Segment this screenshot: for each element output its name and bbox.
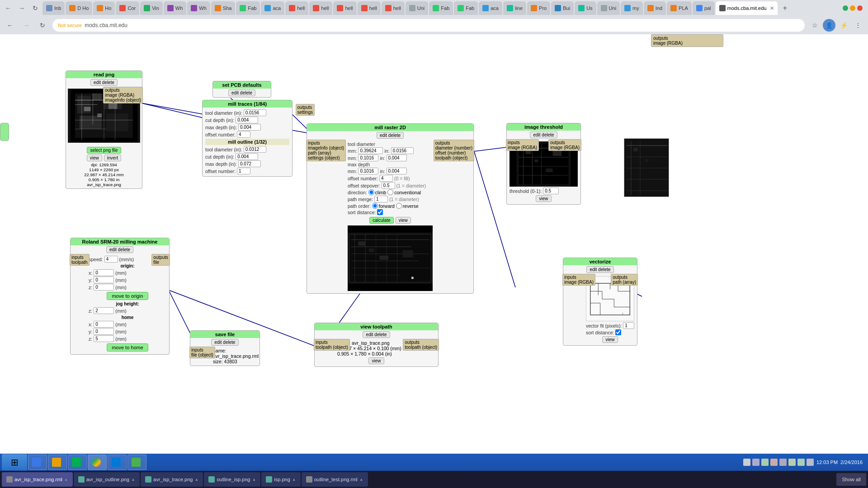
conventional-radio-label[interactable]: conventional [387,189,421,195]
start-button[interactable]: ⊞ [2,454,27,470]
taskbar-tab-trace-png[interactable]: avr_isp_trace.png ▲ [141,472,203,487]
reload-nav-button[interactable]: ↻ [36,19,49,32]
tab-inbox[interactable]: Inb [42,1,65,15]
save-file-edit-button[interactable]: edit delete [211,339,238,346]
cut-depth2-input[interactable] [236,153,258,160]
tab-sha[interactable]: Sha [211,1,236,15]
invert-button[interactable]: invert [104,155,121,161]
reload-button[interactable]: ↻ [29,2,42,14]
taskbar-chevron-4[interactable]: ▲ [292,477,296,482]
tab-cor[interactable]: Cor [116,1,139,15]
max-depth2-input[interactable] [238,160,261,167]
minimize-button[interactable] [843,5,848,11]
back-nav-button[interactable]: ← [4,19,16,32]
tab-fab3[interactable]: Fab [454,1,478,15]
tool-diam-in-input[interactable] [391,147,414,154]
tab-hell2[interactable]: hell [309,1,332,15]
set-pcb-edit-button[interactable]: edit delete [228,89,255,96]
sort-dist-checkbox[interactable] [377,209,383,215]
tool-diam-input[interactable] [244,109,266,116]
taskbar-tab-outline-png[interactable]: avr_isp_outline.png ▲ [74,472,140,487]
set-pcb-header[interactable]: set PCB defaults [213,81,271,89]
origin-y-input[interactable] [94,277,114,283]
max-depth-input[interactable] [238,124,261,131]
bookmark-icon[interactable]: ☆ [808,19,821,32]
forward-button[interactable]: → [15,2,28,14]
profile-icon[interactable]: 👤 [823,19,835,32]
vectorize-view-button[interactable]: view [602,336,618,343]
tab-us[interactable]: Us [575,1,596,15]
toolpath-view-button[interactable]: view [368,357,384,364]
mill-traces-header[interactable]: mill traces (1/84) [203,100,292,108]
taskbar-chevron-1[interactable]: ▲ [131,477,135,482]
tab-pro[interactable]: Pro [527,1,550,15]
tool-diam-mm-input[interactable] [358,147,383,154]
forward-radio-label[interactable]: forward [372,203,395,209]
mill-raster-edit-button[interactable]: edit delete [377,132,404,139]
tab-ho[interactable]: Ho [93,1,115,15]
view-png-button[interactable]: view [87,155,102,161]
sort-dist-vec-checkbox[interactable] [615,329,621,335]
extensions-icon[interactable]: ⚡ [837,19,850,32]
threshold-input[interactable] [543,188,559,194]
tab-hell1[interactable]: hell [285,1,308,15]
close-button[interactable] [857,5,863,11]
image-threshold-edit-button[interactable]: edit delete [530,131,557,138]
tab-hell5[interactable]: hell [382,1,405,15]
move-to-origin-button[interactable]: move to origin [107,292,148,300]
max-depth-in-input[interactable] [387,168,407,174]
forward-nav-button[interactable]: → [20,19,33,32]
tab-uni1[interactable]: Uni [406,1,429,15]
home-y-input[interactable] [94,328,114,335]
save-file-header[interactable]: save file [190,331,259,338]
offset-num-input[interactable] [237,131,250,138]
tab-fab1[interactable]: Fab [236,1,260,15]
tab-vin[interactable]: Vin [140,1,163,15]
taskbar-app-chrome[interactable] [88,455,107,470]
read-png-header[interactable]: read png [66,71,142,78]
tab-pal[interactable]: pal [693,1,715,15]
vectorize-header[interactable]: vectorize [563,258,637,265]
tab-my[interactable]: my [621,1,643,15]
back-button[interactable]: ← [2,2,14,14]
taskbar-chevron-0[interactable]: ▲ [64,477,68,482]
taskbar-chevron-3[interactable]: ▲ [252,477,256,482]
taskbar-app-5[interactable] [127,455,146,470]
reverse-radio[interactable] [396,203,402,209]
vectorize-edit-button[interactable]: edit delete [586,266,613,273]
mill-raster-view-button[interactable]: view [396,217,411,224]
taskbar-chevron-5[interactable]: ▲ [359,477,363,482]
tab-uni2[interactable]: Uni [597,1,620,15]
tool-diam2-input[interactable] [244,146,266,153]
tab-bui[interactable]: Bui [551,1,574,15]
roland-header[interactable]: Roland SRM-20 milling machine [71,238,169,245]
cut-depth-mm-input[interactable] [358,155,378,161]
tab-hell4[interactable]: hell [358,1,381,15]
new-tab-button[interactable]: + [778,2,791,14]
reverse-radio-label[interactable]: reverse [396,203,419,209]
home-z-input[interactable] [94,335,114,342]
climb-radio-label[interactable]: climb [368,189,387,195]
taskbar-app-4[interactable] [108,455,127,470]
move-to-home-button[interactable]: move to home [107,343,148,352]
image-threshold-header[interactable]: image threshold [507,123,580,131]
address-bar[interactable]: Not secure mods.cba.mit.edu [52,19,805,32]
taskbar-tab-outline-isp[interactable]: outline_isp.png ▲ [204,472,260,487]
calculate-button[interactable]: calculate [369,217,393,224]
view-toolpath-header[interactable]: view toolpath [315,323,438,330]
taskbar-tab-rml[interactable]: avr_isp_trace.png.rml ▲ [2,472,73,487]
origin-z-input[interactable] [94,284,114,291]
offset-num-raster-input[interactable] [379,175,393,182]
offset-num2-input[interactable] [237,168,250,174]
cut-depth-input[interactable] [236,117,258,123]
taskbar-chevron-2[interactable]: ▲ [194,477,198,482]
taskbar-app-2[interactable] [48,455,67,470]
tab-hell3[interactable]: hell [333,1,356,15]
taskbar-app-1[interactable] [28,455,47,470]
roland-edit-button[interactable]: edit delete [106,246,133,253]
tab-wh2[interactable]: Wh [187,1,210,15]
tab-pla[interactable]: PLA [667,1,692,15]
show-all-button[interactable]: Show all [836,473,866,486]
select-png-button[interactable]: select png file [87,147,121,154]
forward-radio[interactable] [372,203,378,209]
